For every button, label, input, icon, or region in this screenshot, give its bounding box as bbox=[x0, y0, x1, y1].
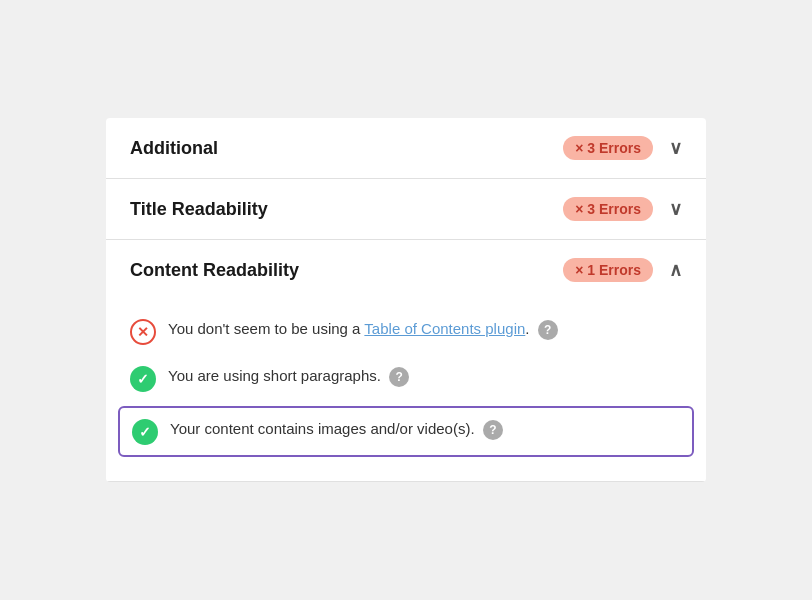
title-readability-section: Title Readability × 3 Errors ∨ bbox=[106, 179, 706, 240]
title-readability-header[interactable]: Title Readability × 3 Errors ∨ bbox=[106, 179, 706, 239]
title-readability-badge-icon: × 3 Errors bbox=[575, 201, 641, 217]
seo-panel: Additional × 3 Errors ∨ Title Readabilit… bbox=[106, 118, 706, 482]
table-of-contents-help-icon[interactable]: ? bbox=[538, 320, 558, 340]
content-readability-section: Content Readability × 1 Errors ∧ ✕ You d… bbox=[106, 240, 706, 482]
table-of-contents-item: ✕ You don't seem to be using a Table of … bbox=[130, 308, 682, 355]
text-before-link: You don't seem to be using a bbox=[168, 320, 364, 337]
content-readability-badge-icon: × 1 Errors bbox=[575, 262, 641, 278]
content-readability-chevron: ∧ bbox=[669, 259, 682, 281]
table-of-contents-status-icon: ✕ bbox=[130, 319, 156, 345]
additional-title: Additional bbox=[130, 138, 563, 159]
additional-header[interactable]: Additional × 3 Errors ∨ bbox=[106, 118, 706, 178]
images-videos-help-icon[interactable]: ? bbox=[483, 420, 503, 440]
images-videos-status-icon: ✓ bbox=[132, 419, 158, 445]
short-paragraphs-text: You are using short paragraphs. ? bbox=[168, 365, 682, 388]
content-readability-content: ✕ You don't seem to be using a Table of … bbox=[106, 300, 706, 481]
images-videos-item: ✓ Your content contains images and/or vi… bbox=[118, 406, 694, 457]
short-paragraphs-item: ✓ You are using short paragraphs. ? bbox=[130, 355, 682, 402]
title-readability-chevron: ∨ bbox=[669, 198, 682, 220]
content-readability-header[interactable]: Content Readability × 1 Errors ∧ bbox=[106, 240, 706, 300]
table-of-contents-text: You don't seem to be using a Table of Co… bbox=[168, 318, 682, 341]
content-readability-title: Content Readability bbox=[130, 260, 563, 281]
success-check-icon: ✓ bbox=[137, 372, 149, 386]
additional-chevron: ∨ bbox=[669, 137, 682, 159]
additional-section: Additional × 3 Errors ∨ bbox=[106, 118, 706, 179]
additional-badge-icon: × 3 Errors bbox=[575, 140, 641, 156]
images-videos-check-icon: ✓ bbox=[139, 425, 151, 439]
content-readability-error-badge: × 1 Errors bbox=[563, 258, 653, 282]
text-after-link: . bbox=[525, 320, 529, 337]
images-videos-text: Your content contains images and/or vide… bbox=[170, 418, 680, 441]
short-paragraphs-help-icon[interactable]: ? bbox=[389, 367, 409, 387]
additional-error-badge: × 3 Errors bbox=[563, 136, 653, 160]
images-videos-label: Your content contains images and/or vide… bbox=[170, 420, 475, 437]
short-paragraphs-label: You are using short paragraphs. bbox=[168, 367, 381, 384]
title-readability-error-badge: × 3 Errors bbox=[563, 197, 653, 221]
error-x-icon: ✕ bbox=[137, 325, 149, 339]
title-readability-title: Title Readability bbox=[130, 199, 563, 220]
table-of-contents-link[interactable]: Table of Contents plugin bbox=[364, 320, 525, 337]
short-paragraphs-status-icon: ✓ bbox=[130, 366, 156, 392]
